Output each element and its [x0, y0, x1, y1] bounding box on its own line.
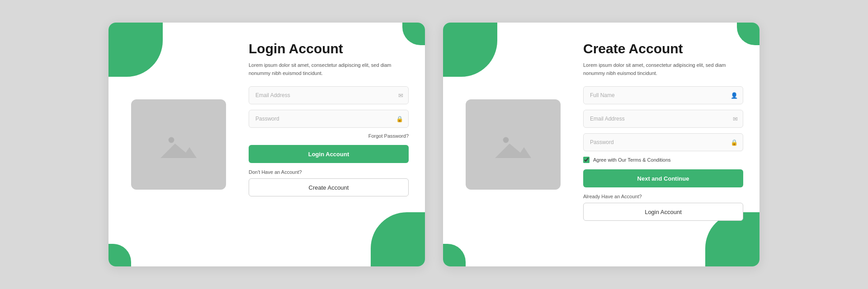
terms-checkbox[interactable]	[583, 157, 590, 163]
create-account-button[interactable]: Create Account	[249, 178, 409, 196]
create-password-input-group: 🔒	[583, 133, 743, 151]
create-email-input-group: ✉	[583, 110, 743, 128]
create-image-panel	[443, 23, 574, 266]
login-form-panel: Login Account Lorem ipsum dolor sit amet…	[240, 23, 425, 266]
fullname-input[interactable]	[583, 86, 743, 104]
svg-point-4	[503, 137, 509, 143]
terms-row: Agree with Our Terms & Conditions	[583, 157, 743, 163]
create-email-input[interactable]	[583, 110, 743, 128]
login-image-panel	[108, 23, 240, 266]
login-button[interactable]: Login Account	[249, 145, 409, 163]
login-title: Login Account	[249, 41, 409, 57]
terms-label[interactable]: Agree with Our Terms & Conditions	[593, 157, 671, 163]
svg-point-1	[169, 137, 175, 143]
email-input[interactable]	[249, 86, 409, 104]
login-card: Login Account Lorem ipsum dolor sit amet…	[108, 23, 425, 266]
create-title: Create Account	[583, 41, 743, 57]
create-subtitle: Lorem ipsum dolor sit amet, consectetur …	[583, 61, 743, 77]
no-account-text: Don't Have an Account?	[249, 169, 409, 175]
image-icon	[160, 131, 197, 158]
login-account-button[interactable]: Login Account	[583, 203, 743, 221]
already-account-text: Already Have an Account?	[583, 194, 743, 199]
login-image-placeholder	[131, 99, 226, 190]
next-continue-button[interactable]: Next and Continue	[583, 169, 743, 187]
forgot-password-link[interactable]: Forgot Password?	[249, 133, 409, 139]
create-password-input[interactable]	[583, 133, 743, 151]
password-input-group: 🔒	[249, 110, 409, 128]
create-form-panel: Create Account Lorem ipsum dolor sit ame…	[574, 23, 760, 266]
login-subtitle: Lorem ipsum dolor sit amet, consectetur …	[249, 61, 409, 77]
image-icon2	[495, 131, 531, 158]
fullname-input-group: 👤	[583, 86, 743, 104]
create-card: Create Account Lorem ipsum dolor sit ame…	[443, 23, 760, 266]
create-image-placeholder	[466, 99, 561, 190]
email-input-group: ✉	[249, 86, 409, 104]
password-input[interactable]	[249, 110, 409, 128]
